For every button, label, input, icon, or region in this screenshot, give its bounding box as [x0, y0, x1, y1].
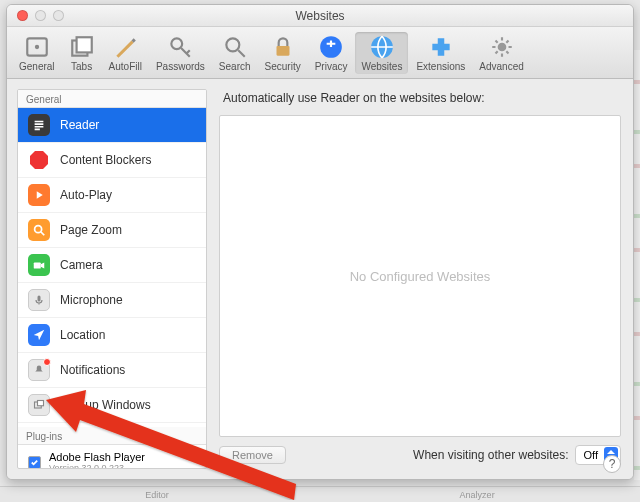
- plugin-text: Adobe Flash Player Version 32.0.0.223: [49, 451, 145, 469]
- tab-label: Extensions: [416, 61, 465, 72]
- sidebar-item-label: Notifications: [60, 363, 125, 377]
- svg-marker-18: [607, 450, 615, 454]
- svg-point-4: [172, 38, 183, 49]
- tabs-icon: [69, 34, 95, 60]
- tab-advanced[interactable]: Advanced: [473, 32, 529, 74]
- tab-label: Passwords: [156, 61, 205, 72]
- sidebar-item-label: Content Blockers: [60, 153, 151, 167]
- advanced-icon: [489, 34, 515, 60]
- sidebar-item-label: Reader: [60, 118, 99, 132]
- preferences-window: Websites General Tabs AutoFill Passwords…: [6, 4, 634, 480]
- sidebar-item-label: Page Zoom: [60, 223, 122, 237]
- bg-label-l: Editor: [145, 490, 169, 500]
- svg-marker-10: [30, 151, 48, 169]
- content-area: General Reader Content Blockers Auto-Pla…: [7, 79, 633, 479]
- tab-label: Tabs: [71, 61, 92, 72]
- svg-rect-13: [34, 262, 41, 268]
- websites-icon: [369, 34, 395, 60]
- sidebar-item-microphone[interactable]: Microphone: [18, 283, 206, 318]
- sidebar-item-label: Pop-up Windows: [60, 398, 151, 412]
- svg-point-9: [497, 42, 506, 51]
- tab-search[interactable]: Search: [213, 32, 257, 74]
- tab-websites[interactable]: Websites: [355, 32, 408, 74]
- tab-tabs[interactable]: Tabs: [63, 32, 101, 74]
- tab-general[interactable]: General: [13, 32, 61, 74]
- sidebar-item-notifications[interactable]: Notifications: [18, 353, 206, 388]
- tab-label: AutoFill: [109, 61, 142, 72]
- section-general-label: General: [18, 90, 206, 108]
- privacy-icon: [318, 34, 344, 60]
- bell-icon: [28, 359, 50, 381]
- help-icon: ?: [609, 457, 616, 471]
- footer-row: Remove When visiting other websites: Off: [219, 445, 621, 469]
- tab-label: Advanced: [479, 61, 523, 72]
- microphone-icon: [28, 289, 50, 311]
- plugin-checkbox[interactable]: [28, 456, 41, 469]
- stop-icon: [28, 149, 50, 171]
- svg-marker-11: [37, 191, 43, 199]
- tab-label: Security: [265, 61, 301, 72]
- notification-badge: [43, 358, 51, 366]
- window-title: Websites: [7, 9, 633, 23]
- bg-label-r: Analyzer: [460, 490, 495, 500]
- tab-autofill[interactable]: AutoFill: [103, 32, 148, 74]
- tab-passwords[interactable]: Passwords: [150, 32, 211, 74]
- svg-point-1: [35, 44, 39, 48]
- sidebar-item-camera[interactable]: Camera: [18, 248, 206, 283]
- sidebar-item-location[interactable]: Location: [18, 318, 206, 353]
- visiting-label: When visiting other websites:: [413, 448, 568, 462]
- sidebar-item-label: Auto-Play: [60, 188, 112, 202]
- remove-button[interactable]: Remove: [219, 446, 286, 464]
- sidebar-item-label: Location: [60, 328, 105, 342]
- plugin-row-flash[interactable]: Adobe Flash Player Version 32.0.0.223: [18, 445, 206, 469]
- titlebar: Websites: [7, 5, 633, 27]
- svg-rect-15: [38, 296, 41, 302]
- zoom-page-icon: [28, 219, 50, 241]
- empty-state-text: No Configured Websites: [350, 269, 491, 284]
- sidebar-item-label: Camera: [60, 258, 103, 272]
- main-pane: Automatically use Reader on the websites…: [217, 89, 623, 469]
- background-decor: [634, 50, 640, 480]
- autofill-icon: [112, 34, 138, 60]
- sidebar: General Reader Content Blockers Auto-Pla…: [17, 89, 207, 469]
- svg-rect-6: [276, 45, 289, 55]
- general-icon: [24, 34, 50, 60]
- tab-label: Search: [219, 61, 251, 72]
- tab-label: Privacy: [315, 61, 348, 72]
- toolbar: General Tabs AutoFill Passwords Search S…: [7, 27, 633, 79]
- svg-point-5: [226, 38, 239, 51]
- websites-list[interactable]: No Configured Websites: [219, 115, 621, 437]
- section-plugins-label: Plug-ins: [18, 427, 206, 445]
- reader-icon: [28, 114, 50, 136]
- plugin-version: Version 32.0.0.223: [49, 463, 145, 469]
- sidebar-item-label: Microphone: [60, 293, 123, 307]
- tab-security[interactable]: Security: [259, 32, 307, 74]
- svg-rect-3: [76, 37, 91, 52]
- select-value: Off: [584, 449, 598, 461]
- tab-extensions[interactable]: Extensions: [410, 32, 471, 74]
- tab-label: General: [19, 61, 55, 72]
- tab-label: Websites: [361, 61, 402, 72]
- plugin-name: Adobe Flash Player: [49, 451, 145, 463]
- sidebar-item-reader[interactable]: Reader: [18, 108, 206, 143]
- sidebar-item-content-blockers[interactable]: Content Blockers: [18, 143, 206, 178]
- background-footer: Editor Analyzer: [0, 486, 640, 502]
- passwords-icon: [167, 34, 193, 60]
- help-button[interactable]: ?: [603, 455, 621, 473]
- popup-icon: [28, 394, 50, 416]
- svg-marker-14: [41, 262, 45, 268]
- svg-rect-17: [38, 401, 44, 406]
- sidebar-item-page-zoom[interactable]: Page Zoom: [18, 213, 206, 248]
- main-heading: Automatically use Reader on the websites…: [219, 89, 621, 107]
- extensions-icon: [428, 34, 454, 60]
- sidebar-item-autoplay[interactable]: Auto-Play: [18, 178, 206, 213]
- svg-point-12: [35, 226, 42, 233]
- camera-icon: [28, 254, 50, 276]
- location-icon: [28, 324, 50, 346]
- play-icon: [28, 184, 50, 206]
- security-icon: [270, 34, 296, 60]
- tab-privacy[interactable]: Privacy: [309, 32, 354, 74]
- search-icon: [222, 34, 248, 60]
- sidebar-item-popup[interactable]: Pop-up Windows: [18, 388, 206, 423]
